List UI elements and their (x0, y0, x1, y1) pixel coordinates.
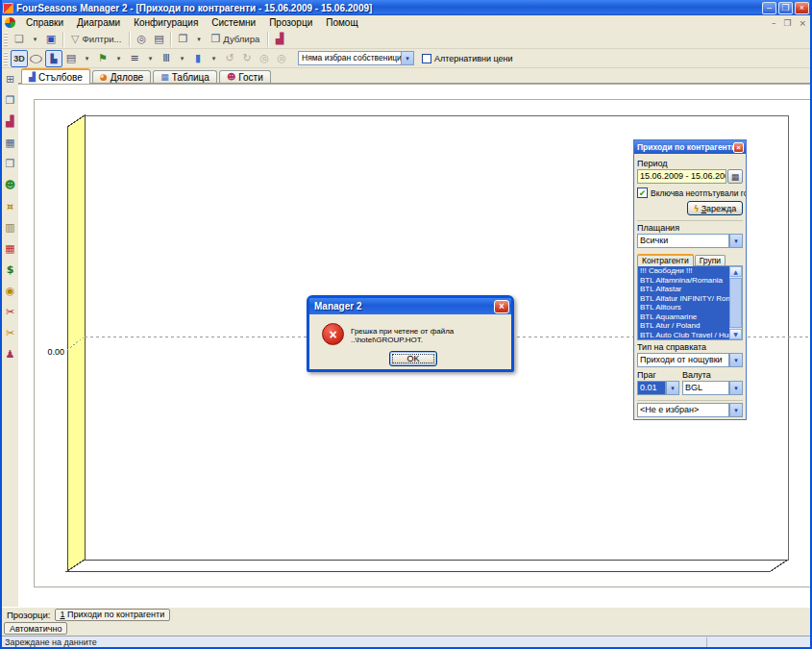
orbit-right-button[interactable]: ◎ (273, 50, 290, 67)
tab-guests[interactable]: ☻ Гости (219, 70, 271, 83)
menu-pomosht[interactable]: Помощ (319, 16, 364, 29)
combo-arrow-icon[interactable]: ▾ (729, 234, 743, 248)
print-preview-button[interactable]: ◎ (133, 31, 150, 48)
save-button[interactable]: ▣ (42, 31, 60, 48)
orbit-left-button[interactable]: ◎ (256, 50, 273, 67)
3d-toggle-button[interactable]: 3D (11, 50, 28, 67)
alt-prices-checkbox[interactable] (422, 54, 431, 63)
menu-diagrami[interactable]: Диаграми (70, 16, 127, 29)
tab-table[interactable]: ▦ Таблица (153, 70, 217, 83)
ok-button[interactable]: OK (389, 351, 437, 366)
list-item[interactable]: BTL Auto Club Travel / Hungary (638, 331, 729, 340)
combo-arrow-icon[interactable]: ▾ (666, 381, 679, 395)
tab-bars[interactable]: ▟ Стълбове (21, 68, 90, 84)
combo-arrow-icon[interactable]: ▾ (401, 51, 414, 65)
v-gridlines-dropdown[interactable]: ▾ (175, 50, 189, 67)
close-button[interactable]: × (795, 2, 809, 14)
list-item[interactable]: BTL Aquamarine (638, 312, 729, 322)
color-chart-icon[interactable]: ▟ (2, 111, 18, 132)
tile-windows-icon[interactable]: ⊞ (2, 68, 18, 89)
rotate-cw-button[interactable]: ↻ (238, 50, 256, 67)
copy-dropdown[interactable]: ▾ (191, 31, 206, 48)
menu-prozorci[interactable]: Прозорци (262, 16, 319, 29)
menu-spravki[interactable]: Справки (19, 16, 70, 29)
calendar-copy-icon[interactable]: ❒ (2, 153, 18, 174)
menu-sistemni[interactable]: Системни (205, 16, 262, 29)
list-item[interactable]: BTL Alfastar (638, 285, 729, 294)
export-copy-icon[interactable]: ❐ (2, 89, 18, 111)
load-button[interactable]: ϟ Зарежда (687, 201, 743, 215)
copy-button[interactable]: ❐ (174, 31, 191, 48)
calendar-picker-button[interactable]: ▦ (727, 169, 743, 184)
v-gridlines-icon: Ⅲ (162, 51, 170, 66)
rotate-ccw-button[interactable]: ↺ (221, 50, 238, 67)
scrollbar-thumb[interactable] (729, 278, 742, 328)
new-document-dropdown[interactable]: ▾ (28, 31, 42, 48)
payments-combobox[interactable]: Всички ▾ (637, 234, 743, 248)
h-gridlines-dropdown[interactable]: ▾ (143, 50, 158, 67)
restore-button[interactable]: ❐ (778, 2, 793, 14)
mini-bars-toggle[interactable]: ▙ (45, 50, 62, 67)
duplicate-button[interactable]: ❒ Дублира (206, 31, 264, 48)
rates-coins-icon[interactable]: ◉ (2, 280, 18, 301)
filters-button[interactable]: ▽ Филтри... (66, 31, 126, 48)
report-panel-close-button[interactable]: × (733, 142, 744, 153)
balloon-button[interactable]: ○ (28, 50, 45, 67)
cylinder-style-button[interactable]: ▮ (189, 50, 207, 67)
occupancy-grid-icon[interactable]: ▦ (2, 237, 18, 259)
scroll-up-icon[interactable]: ▲ (729, 266, 742, 277)
window-1-button[interactable]: 1 Приходи по контрагенти (55, 609, 171, 621)
threshold-combobox[interactable]: 0.01 ▾ (637, 381, 679, 395)
menu-konfiguracia[interactable]: Конфигурация (127, 16, 205, 29)
currency-combobox[interactable]: BGL ▾ (682, 381, 743, 395)
cut-alert-icon[interactable]: ✂ (2, 322, 18, 343)
hotel-icon[interactable]: ▥ (2, 216, 18, 237)
marks-dropdown[interactable]: ▾ (111, 50, 126, 67)
payments-icon[interactable]: ¤ (2, 195, 18, 216)
new-document-button[interactable]: ❏ (11, 31, 28, 48)
mdi-minimize-button[interactable]: – (768, 18, 780, 28)
period-field[interactable]: 15.06.2009 - 15.06.2009 (637, 169, 726, 184)
saved-report-combobox[interactable]: <Не е избран> ▾ (637, 403, 743, 417)
list-item[interactable]: !!! Свободни !!! (638, 266, 729, 276)
calendar-icon[interactable]: ▦ (2, 132, 18, 153)
currency-dollar-icon[interactable]: $ (2, 259, 18, 280)
cylinder-dropdown[interactable]: ▾ (207, 50, 221, 67)
scroll-down-icon[interactable]: ▼ (729, 329, 742, 339)
mdi-restore-button[interactable]: ❐ (779, 18, 795, 28)
tab-groups[interactable]: Групи (695, 255, 726, 265)
guest-stats-icon[interactable]: ♟ (2, 343, 18, 364)
report-type-label: Тип на справката (637, 342, 743, 352)
report-type-combobox[interactable]: Приходи от нощувки ▾ (637, 353, 743, 367)
chart-button[interactable]: ▟ (271, 31, 288, 48)
report-panel-titlebar[interactable]: Приходи по контрагенти × (634, 140, 746, 154)
guests-group-icon[interactable]: ☻ (2, 174, 18, 195)
legend-dropdown[interactable]: ▾ (80, 50, 94, 67)
list-item[interactable]: BTL Alfatur INFINITY/ Romania (638, 294, 729, 304)
include-guests-checkbox[interactable]: ✔ (637, 187, 648, 198)
save-icon: ▣ (46, 32, 56, 47)
h-gridlines-button[interactable]: ≡ (126, 50, 143, 67)
toolbar-grip[interactable] (4, 33, 8, 46)
mdi-close-button[interactable]: × (795, 18, 810, 28)
owners-combobox[interactable]: Няма избран собственици ▾ (298, 51, 414, 65)
tab-pie[interactable]: ◕ Дялове (92, 70, 151, 83)
tab-contractors[interactable]: Контрагенти (637, 254, 694, 266)
list-item[interactable]: BTL Atur / Poland (638, 321, 729, 331)
list-item[interactable]: BTL Alfamnina/Romania (638, 276, 729, 286)
error-dialog-close-button[interactable]: × (494, 300, 509, 313)
v-gridlines-button[interactable]: Ⅲ (158, 50, 175, 67)
marks-button[interactable]: ⚑ (94, 50, 111, 67)
list-item[interactable]: BTL Alltours (638, 303, 729, 312)
combo-arrow-icon[interactable]: ▾ (729, 403, 743, 417)
print-button[interactable]: ▤ (150, 31, 167, 48)
minimize-button[interactable]: – (762, 2, 776, 14)
legend-button[interactable]: ▤ (62, 50, 80, 67)
automatic-button[interactable]: Автоматично (4, 622, 67, 635)
error-dialog-titlebar[interactable]: Manager 2 × (309, 298, 511, 314)
combo-arrow-icon[interactable]: ▾ (729, 353, 743, 367)
combo-arrow-icon[interactable]: ▾ (729, 381, 743, 395)
toolbar-grip[interactable] (4, 52, 8, 65)
list-scrollbar[interactable]: ▲ ▼ (729, 266, 742, 339)
cut-reservation-icon[interactable]: ✂ (2, 301, 18, 322)
